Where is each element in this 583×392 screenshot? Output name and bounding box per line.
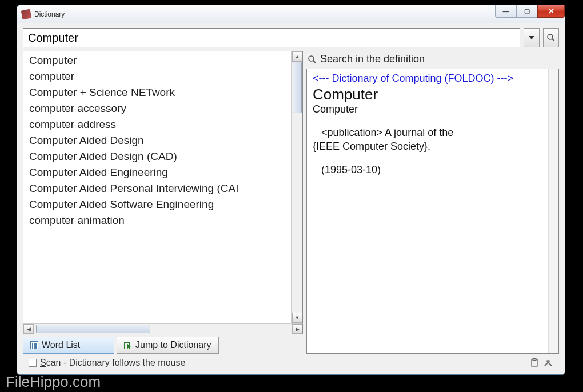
tab-row: Word List Jump to Dictionary	[23, 337, 303, 354]
chevron-down-icon	[529, 36, 534, 39]
tab-jump-to-dictionary[interactable]: Jump to Dictionary	[117, 337, 219, 354]
word-list-box: Computer computer Computer + Science NET…	[23, 51, 303, 323]
definition-box: <--- Dictionary of Computing (FOLDOC) --…	[306, 69, 559, 354]
search-button[interactable]	[543, 28, 559, 47]
statusbar: Scan - Dictionary follows the mouse	[23, 354, 559, 371]
maximize-button[interactable]: ▢	[516, 5, 538, 18]
scroll-thumb[interactable]	[36, 325, 150, 333]
window-title: Dictionary	[34, 10, 65, 18]
app-icon	[21, 9, 32, 19]
jump-icon	[124, 341, 132, 349]
tab-label: Word List	[42, 340, 80, 350]
list-item[interactable]: computer accessory	[23, 101, 291, 117]
list-item[interactable]: Computer Aided Engineering	[23, 165, 291, 181]
tab-label: Jump to Dictionary	[135, 340, 211, 350]
clipboard-icon[interactable]	[529, 358, 540, 368]
content-area: Computer computer Computer + Science NET…	[17, 23, 565, 374]
left-pane: Computer computer Computer + Science NET…	[23, 51, 303, 354]
search-in-definition-label: Search in the definition	[320, 53, 425, 65]
definition-scrollbar[interactable]	[548, 69, 558, 353]
scan-checkbox[interactable]	[29, 359, 37, 367]
dictionary-window: Dictionary — ▢ ✕ Computer	[17, 5, 565, 375]
right-pane: Search in the definition <--- Dictionary…	[306, 51, 559, 354]
svg-rect-5	[533, 358, 536, 360]
vertical-scrollbar[interactable]: ▲ ▼	[292, 51, 302, 323]
list-item[interactable]: computer animation	[23, 213, 291, 229]
list-item[interactable]: computer address	[23, 117, 291, 133]
definition-source: <--- Dictionary of Computing (FOLDOC) --…	[313, 73, 541, 85]
definition-body: <publication> A journal of the {IEEE Com…	[313, 126, 541, 154]
scroll-right-button[interactable]: ▶	[292, 324, 302, 334]
watermark: FileHippo.com	[6, 373, 101, 391]
horizontal-scrollbar[interactable]: ◀ ▶	[23, 323, 303, 334]
list-item[interactable]: Computer Aided Software Engineering	[23, 197, 291, 213]
search-row	[23, 28, 559, 47]
titlebar[interactable]: Dictionary — ▢ ✕	[17, 5, 565, 23]
list-item[interactable]: Computer	[23, 53, 291, 69]
list-item[interactable]: Computer Aided Design (CAD)	[23, 149, 291, 165]
magnifier-icon	[308, 55, 317, 64]
close-button[interactable]: ✕	[537, 5, 565, 18]
panes: Computer computer Computer + Science NET…	[23, 51, 559, 354]
list-item[interactable]: Computer + Science NETwork	[23, 85, 291, 101]
svg-line-7	[548, 362, 552, 366]
list-item[interactable]: Computer Aided Personal Interviewing (CA…	[23, 181, 291, 197]
svg-point-2	[309, 56, 314, 61]
list-item[interactable]: computer	[23, 69, 291, 85]
svg-point-9	[546, 360, 549, 362]
svg-point-0	[548, 34, 553, 39]
scroll-up-button[interactable]: ▲	[292, 51, 302, 62]
list-item[interactable]: Computer Aided Design	[23, 133, 291, 149]
definition-subheading: Computer	[313, 103, 541, 115]
definition-headword: Computer	[313, 86, 541, 103]
scroll-thumb[interactable]	[293, 62, 302, 113]
svg-line-3	[313, 61, 316, 63]
word-list[interactable]: Computer computer Computer + Science NET…	[23, 51, 291, 323]
scroll-down-button[interactable]: ▼	[292, 313, 302, 323]
definition-content[interactable]: <--- Dictionary of Computing (FOLDOC) --…	[307, 69, 547, 353]
svg-line-1	[552, 39, 554, 41]
search-input[interactable]	[23, 28, 520, 47]
window-buttons: — ▢ ✕	[496, 5, 565, 18]
search-in-definition-row[interactable]: Search in the definition	[306, 51, 559, 69]
list-icon	[30, 341, 38, 349]
magnifier-icon	[546, 33, 556, 42]
scroll-left-button[interactable]: ◀	[23, 324, 34, 334]
scan-label: Scan - Dictionary follows the mouse	[40, 358, 185, 368]
settings-icon[interactable]	[543, 358, 553, 368]
minimize-button[interactable]: —	[495, 5, 517, 18]
search-history-dropdown[interactable]	[524, 28, 540, 47]
definition-date: (1995-03-10)	[313, 164, 541, 176]
tab-word-list[interactable]: Word List	[23, 337, 114, 354]
